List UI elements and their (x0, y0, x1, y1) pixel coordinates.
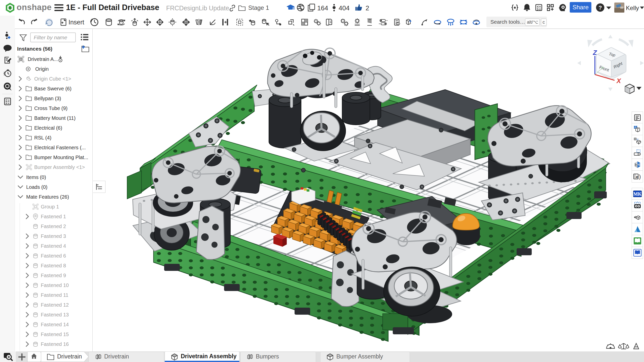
svg-text:Search tools…: Search tools… (490, 19, 525, 25)
svg-text:c: c (543, 20, 545, 25)
svg-text:Z: Z (593, 49, 597, 56)
svg-text:?: ? (598, 5, 602, 11)
svg-text:X: X (616, 77, 621, 85)
svg-text:x: x (635, 174, 638, 179)
svg-text:alt/⌥: alt/⌥ (527, 20, 538, 25)
svg-text:Insert: Insert (68, 19, 84, 26)
svg-text:MK: MK (633, 191, 641, 197)
svg-text:): ) (639, 173, 641, 180)
